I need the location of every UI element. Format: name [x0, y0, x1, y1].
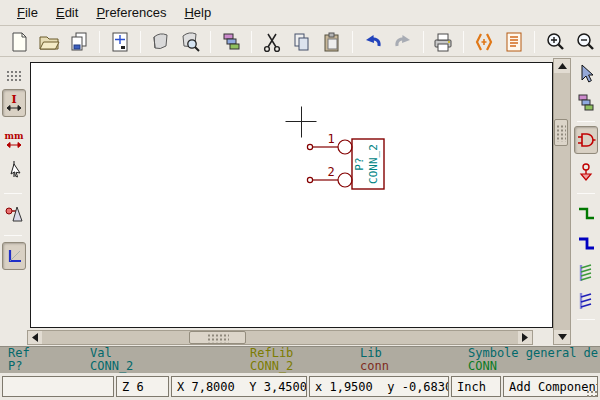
- print-icon: [432, 31, 454, 53]
- toolbar-separator: [577, 121, 595, 122]
- top-toolbar: [0, 27, 600, 57]
- page-settings-icon: [109, 31, 131, 53]
- add-wire-button[interactable]: [574, 200, 598, 226]
- status-relative-position: x 1,9500 y -0,6830: [309, 376, 449, 397]
- toolbar-separator: [210, 31, 211, 53]
- pin2-end-circle: [307, 177, 312, 182]
- status-absolute-position: X 7,8000 Y 3,4500: [171, 376, 307, 397]
- hierarchy-sheets-button[interactable]: [574, 90, 598, 116]
- vertical-scroll-thumb[interactable]: [554, 119, 568, 146]
- toolbar-separator: [4, 193, 22, 194]
- toolbar-separator: [463, 31, 464, 53]
- menu-help[interactable]: Help: [175, 2, 220, 23]
- menu-preferences[interactable]: Preferences: [87, 2, 175, 23]
- open-file-button[interactable]: [36, 29, 62, 55]
- resize-grip[interactable]: [586, 390, 598, 398]
- print-button[interactable]: [431, 29, 457, 55]
- vertical-scrollbar[interactable]: [553, 58, 571, 345]
- bus-to-bus-entry-icon: [576, 291, 596, 311]
- thumb-grip: [207, 333, 229, 342]
- select-tool-button[interactable]: [574, 61, 598, 87]
- toolbar-separator: [251, 31, 252, 53]
- cursor-shape-button[interactable]: [2, 156, 26, 182]
- add-power-port-button[interactable]: [574, 159, 598, 185]
- pin1-end-circle: [307, 144, 312, 149]
- field-ref-value: P?: [8, 360, 30, 373]
- schematic-canvas[interactable]: 1 2 P? CONN_2: [30, 62, 553, 328]
- toolbar-separator: [534, 31, 535, 53]
- toolbar-separator: [352, 31, 353, 53]
- zoom-in-button[interactable]: [542, 29, 568, 55]
- netlist-button[interactable]: [471, 29, 497, 55]
- scroll-up-arrow[interactable]: [554, 59, 570, 73]
- menu-edit[interactable]: Edit: [47, 2, 87, 23]
- horizontal-scroll-thumb[interactable]: [189, 331, 246, 344]
- hierarchy-navigator-icon: [220, 31, 242, 53]
- field-description-value: CONN: [468, 360, 598, 373]
- component-conn2[interactable]: 1 2 P? CONN_2: [307, 132, 384, 189]
- units-mm-icon: mm: [4, 130, 24, 150]
- toolbar-separator: [577, 193, 595, 194]
- field-lib-value: conn: [360, 360, 389, 373]
- status-info: [2, 376, 114, 397]
- right-toolbar: [573, 57, 600, 346]
- erase-sheet-button[interactable]: [148, 29, 174, 55]
- erase-sheet-icon: [149, 31, 171, 53]
- add-bus-icon: [576, 233, 596, 253]
- scroll-down-arrow[interactable]: [554, 330, 570, 344]
- svg-text:I: I: [11, 93, 16, 106]
- find-button[interactable]: [177, 29, 203, 55]
- scroll-left-arrow[interactable]: [28, 331, 42, 344]
- component-reference: P?: [353, 157, 366, 170]
- bill-of-materials-button[interactable]: [501, 29, 527, 55]
- field-description: Symbole general de CONN: [468, 347, 598, 373]
- hierarchy-sheets-icon: [576, 93, 596, 113]
- redo-icon: [392, 31, 414, 53]
- paste-icon: [321, 31, 343, 53]
- bus-to-bus-entry-button[interactable]: [574, 288, 598, 314]
- hidden-pins-button[interactable]: [2, 201, 26, 227]
- page-settings-button[interactable]: [107, 29, 133, 55]
- redo-button[interactable]: [390, 29, 416, 55]
- scroll-right-arrow[interactable]: [518, 331, 532, 344]
- horizontal-scrollbar[interactable]: [27, 330, 533, 345]
- menu-file[interactable]: File: [8, 2, 47, 23]
- toolbar-separator: [423, 31, 424, 53]
- field-reflib: RefLib CONN_2: [250, 347, 293, 373]
- hierarchy-navigator-button[interactable]: [218, 29, 244, 55]
- toolbar-separator: [577, 319, 595, 320]
- paste-button[interactable]: [319, 29, 345, 55]
- field-ref: Ref P?: [8, 347, 30, 373]
- add-bus-button[interactable]: [574, 230, 598, 256]
- netlist-icon: [473, 31, 495, 53]
- add-wire-icon: [576, 203, 596, 223]
- orthogonal-mode-button[interactable]: [2, 242, 26, 270]
- thumb-grip: [556, 124, 566, 141]
- grid-visibility-button[interactable]: [2, 64, 26, 90]
- field-lib: Lib conn: [360, 347, 389, 373]
- save-project-button[interactable]: [66, 29, 92, 55]
- zoom-out-button[interactable]: [572, 29, 598, 55]
- message-panel: Ref P? Val CONN_2 RefLib CONN_2 Lib conn…: [0, 346, 600, 373]
- wire-to-bus-entry-button[interactable]: [574, 260, 598, 286]
- new-file-button[interactable]: [6, 29, 32, 55]
- pin1-contact: [338, 140, 352, 154]
- status-units: Inch: [451, 376, 501, 397]
- copy-button[interactable]: [289, 29, 315, 55]
- menu-bar: File Edit Preferences Help: [0, 0, 600, 26]
- pin2-number: 2: [327, 165, 334, 179]
- field-reflib-value: CONN_2: [250, 360, 293, 373]
- bill-of-materials-icon: [503, 31, 525, 53]
- add-component-button[interactable]: [574, 126, 598, 154]
- units-mm-button[interactable]: mm: [2, 127, 26, 153]
- undo-button[interactable]: [360, 29, 386, 55]
- svg-text:mm: mm: [4, 131, 24, 141]
- status-bar: Z 6 X 7,8000 Y 3,4500 x 1,9500 y -0,6830…: [0, 373, 600, 400]
- undo-icon: [362, 31, 384, 53]
- schematic-drawing: 1 2 P? CONN_2: [31, 63, 554, 329]
- units-inches-button[interactable]: I: [2, 89, 26, 117]
- copy-icon: [291, 31, 313, 53]
- cut-button[interactable]: [259, 29, 285, 55]
- status-tool-hint: Add Component: [503, 376, 598, 397]
- add-component-icon: [576, 130, 596, 150]
